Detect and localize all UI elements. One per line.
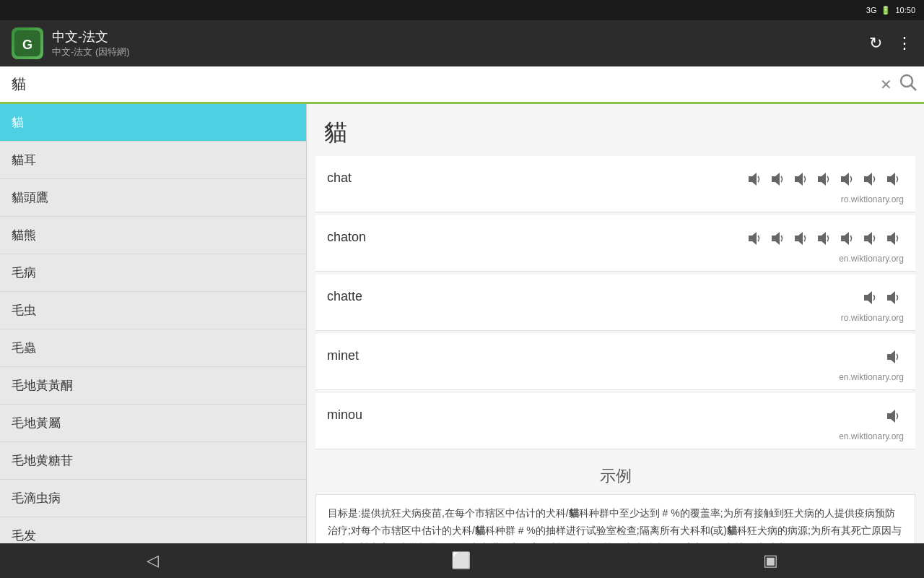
audio-icon[interactable]: [884, 350, 904, 364]
audio-icon[interactable]: [884, 172, 904, 186]
audio-icon[interactable]: [884, 409, 904, 423]
translation-word: chatte: [327, 289, 362, 304]
time-display: 10:50: [895, 6, 915, 14]
app-title-main: 中文-法文: [52, 28, 130, 46]
app-bar-right: ↻ ⋮: [869, 34, 912, 53]
translation-source: en.wiktionary.org: [327, 372, 904, 385]
translation-card: chatro.wiktionary.org: [315, 156, 915, 212]
sidebar-item[interactable]: 毛病: [0, 254, 306, 292]
svg-marker-16: [864, 232, 872, 245]
svg-line-3: [911, 85, 916, 90]
svg-marker-9: [864, 173, 872, 186]
svg-marker-12: [772, 232, 780, 245]
app-icon: G: [12, 27, 43, 59]
translation-word: chaton: [327, 230, 366, 245]
translation-row: chat: [327, 165, 904, 194]
translation-source: en.wiktionary.org: [327, 254, 904, 267]
svg-marker-15: [841, 232, 849, 245]
svg-marker-7: [818, 173, 826, 186]
right-panel: 貓 chatro.wiktionary.orgchatonen.wiktiona…: [307, 104, 924, 543]
audio-icon[interactable]: [860, 172, 881, 186]
svg-marker-14: [818, 232, 826, 245]
audio-icon[interactable]: [791, 231, 811, 246]
app-bar: G 中文-法文 中文-法文 (因特網) ↻ ⋮: [0, 20, 924, 66]
recent-button[interactable]: ▣: [763, 551, 778, 570]
word-header: 貓: [307, 104, 924, 156]
svg-marker-18: [864, 291, 872, 304]
status-bar: 3G 🔋 10:50: [0, 0, 924, 20]
sidebar-item[interactable]: 毛地黃黃酮: [0, 367, 306, 405]
svg-marker-4: [749, 173, 757, 186]
audio-icon[interactable]: [860, 290, 881, 305]
audio-icon[interactable]: [837, 231, 858, 246]
translation-word: minou: [327, 407, 362, 423]
audio-icon[interactable]: [814, 231, 834, 246]
svg-marker-19: [887, 291, 895, 304]
svg-text:G: G: [22, 38, 32, 52]
menu-button[interactable]: ⋮: [897, 34, 912, 53]
translation-row: chaton: [327, 224, 904, 254]
translation-word: minet: [327, 348, 359, 363]
translation-card: minouen.wiktionary.org: [315, 393, 915, 449]
audio-buttons-row: [884, 409, 904, 423]
sidebar-item[interactable]: 貓耳: [0, 142, 306, 179]
search-bar: ✕: [0, 66, 924, 104]
audio-icon[interactable]: [791, 172, 811, 186]
search-icon[interactable]: [898, 72, 918, 96]
translation-word: chat: [327, 171, 352, 186]
translation-card: chatonen.wiktionary.org: [315, 215, 915, 272]
search-input[interactable]: [6, 70, 874, 99]
sidebar-item[interactable]: 毛发: [0, 517, 306, 543]
examples-header: 示例: [315, 455, 915, 494]
app-title-sub: 中文-法文 (因特網): [52, 46, 130, 59]
sidebar-item[interactable]: 貓熊: [0, 217, 306, 254]
audio-icon[interactable]: [837, 172, 858, 186]
audio-icon[interactable]: [884, 290, 904, 305]
audio-icon[interactable]: [745, 172, 765, 186]
audio-icon[interactable]: [814, 172, 834, 186]
translation-row: chatte: [327, 283, 904, 313]
audio-icon[interactable]: [884, 231, 904, 246]
signal-icon: 3G: [866, 6, 877, 14]
back-button[interactable]: ◁: [147, 551, 159, 570]
translation-source: ro.wiktionary.org: [327, 194, 904, 207]
app-titles: 中文-法文 中文-法文 (因特網): [52, 28, 130, 59]
translation-row: minet: [327, 342, 904, 372]
battery-icon: 🔋: [881, 6, 891, 15]
audio-icon[interactable]: [768, 172, 788, 186]
audio-buttons-row: [745, 172, 904, 186]
svg-marker-17: [887, 232, 895, 245]
audio-buttons-row: [745, 231, 904, 246]
audio-icon[interactable]: [745, 231, 765, 246]
bottom-nav: ◁ ⬜ ▣: [0, 543, 924, 578]
svg-marker-10: [887, 173, 895, 186]
sidebar: 貓貓耳貓頭鷹貓熊毛病毛虫毛蟲毛地黃黃酮毛地黃屬毛地黄糖苷毛滴虫病毛发毛茛屬毛巾毛…: [0, 104, 307, 543]
examples-text-card: 目标是:提供抗狂犬病疫苗,在每个市辖区中估计的犬科/貓科种群中至少达到 # %的…: [315, 494, 915, 543]
svg-marker-8: [841, 173, 849, 186]
sidebar-item[interactable]: 毛蟲: [0, 329, 306, 367]
translation-source: ro.wiktionary.org: [327, 313, 904, 326]
translation-card: chattero.wiktionary.org: [315, 275, 915, 331]
svg-marker-21: [887, 410, 895, 423]
clear-icon[interactable]: ✕: [880, 76, 892, 93]
translation-card: mineten.wiktionary.org: [315, 334, 915, 390]
translations-container: chatro.wiktionary.orgchatonen.wiktionary…: [307, 156, 924, 449]
app-bar-left: G 中文-法文 中文-法文 (因特網): [12, 27, 130, 59]
audio-icon[interactable]: [860, 231, 881, 246]
svg-marker-5: [772, 173, 780, 186]
svg-marker-20: [887, 350, 895, 363]
sidebar-item[interactable]: 貓: [0, 104, 306, 142]
sidebar-item[interactable]: 貓頭鷹: [0, 179, 306, 217]
home-button[interactable]: ⬜: [451, 551, 471, 570]
svg-marker-13: [795, 232, 803, 245]
examples-section: 示例 目标是:提供抗狂犬病疫苗,在每个市辖区中估计的犬科/貓科种群中至少达到 #…: [315, 455, 915, 543]
audio-icon[interactable]: [768, 231, 788, 246]
refresh-button[interactable]: ↻: [869, 34, 882, 53]
audio-buttons-row: [860, 290, 904, 305]
svg-marker-11: [749, 232, 757, 245]
sidebar-item[interactable]: 毛虫: [0, 292, 306, 329]
sidebar-item[interactable]: 毛地黄糖苷: [0, 442, 306, 480]
sidebar-item[interactable]: 毛地黃屬: [0, 405, 306, 442]
main-content: 貓貓耳貓頭鷹貓熊毛病毛虫毛蟲毛地黃黃酮毛地黃屬毛地黄糖苷毛滴虫病毛发毛茛屬毛巾毛…: [0, 104, 924, 543]
sidebar-item[interactable]: 毛滴虫病: [0, 480, 306, 517]
